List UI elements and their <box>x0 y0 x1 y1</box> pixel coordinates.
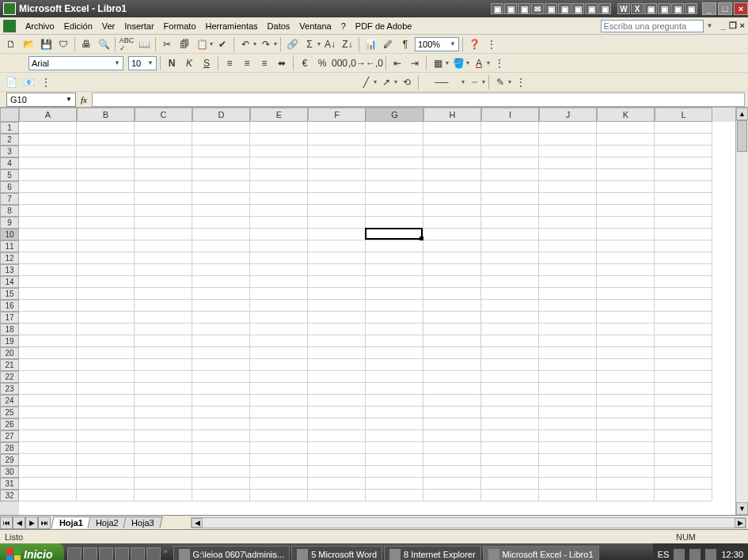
cell[interactable] <box>19 371 77 383</box>
row-header[interactable]: 10 <box>0 229 19 240</box>
cell[interactable] <box>308 300 366 312</box>
tray-icon[interactable] <box>705 549 716 560</box>
scroll-up-icon[interactable]: ▲ <box>736 108 748 120</box>
cell[interactable] <box>19 276 77 288</box>
cell[interactable] <box>597 395 655 407</box>
cell[interactable] <box>19 169 77 181</box>
cell[interactable] <box>250 193 308 205</box>
cell[interactable] <box>19 252 77 264</box>
cell[interactable] <box>597 134 655 146</box>
cell[interactable] <box>481 478 539 490</box>
sort-desc-icon[interactable]: Z↓ <box>340 36 355 52</box>
cut-icon[interactable]: ✂ <box>159 36 175 52</box>
column-header[interactable]: B <box>77 108 135 122</box>
cell[interactable] <box>597 288 655 300</box>
cell[interactable] <box>192 312 250 324</box>
cell[interactable] <box>539 478 597 490</box>
cell[interactable] <box>481 359 539 371</box>
cell[interactable] <box>366 169 423 181</box>
new-icon[interactable]: 🗋 <box>3 36 19 52</box>
cell[interactable] <box>366 490 423 501</box>
cell[interactable] <box>366 146 423 157</box>
cell[interactable] <box>77 359 135 371</box>
cell[interactable] <box>423 324 481 335</box>
cell[interactable] <box>366 300 423 312</box>
cell[interactable] <box>481 335 539 347</box>
increase-decimal-icon[interactable]: ,0→ <box>349 55 365 71</box>
minimize-button[interactable]: _ <box>702 2 716 15</box>
cell[interactable] <box>655 193 712 205</box>
cell[interactable] <box>481 490 539 501</box>
cell[interactable] <box>135 442 192 454</box>
cell[interactable] <box>135 347 192 359</box>
column-header[interactable]: A <box>19 108 77 122</box>
row-header[interactable]: 18 <box>0 324 19 335</box>
cell[interactable] <box>308 359 366 371</box>
cell[interactable] <box>481 134 539 146</box>
font-name-combo[interactable]: Arial▼ <box>28 56 123 70</box>
row-header[interactable]: 4 <box>0 157 19 169</box>
cell[interactable] <box>655 324 712 335</box>
cell[interactable] <box>250 347 308 359</box>
cell[interactable] <box>135 466 192 478</box>
sort-asc-icon[interactable]: A↓ <box>322 36 338 52</box>
cell[interactable] <box>308 371 366 383</box>
cell[interactable] <box>481 466 539 478</box>
cell[interactable] <box>135 240 192 252</box>
cell[interactable] <box>308 122 366 134</box>
taskbar-button[interactable]: 5 Microsoft Word <box>291 546 382 560</box>
cell[interactable] <box>192 193 250 205</box>
cell[interactable] <box>19 490 77 501</box>
dash-style-icon[interactable]: ┈ <box>466 74 482 90</box>
cell[interactable] <box>192 383 250 395</box>
doc-close-button[interactable]: × <box>740 21 745 31</box>
cell[interactable] <box>655 430 712 442</box>
row-header[interactable]: 21 <box>0 359 19 371</box>
cell[interactable] <box>423 466 481 478</box>
show-hide-icon[interactable]: ¶ <box>397 36 413 52</box>
cell[interactable] <box>655 395 712 407</box>
cell[interactable] <box>308 240 366 252</box>
sheet-tab[interactable]: Hoja3 <box>123 516 162 528</box>
cell[interactable] <box>366 454 423 466</box>
cell[interactable] <box>19 157 77 169</box>
menu-insertar[interactable]: Insertar <box>120 20 158 32</box>
cell[interactable] <box>597 324 655 335</box>
cell[interactable] <box>481 169 539 181</box>
align-right-icon[interactable]: ≡ <box>256 55 272 71</box>
cell[interactable] <box>19 383 77 395</box>
cell[interactable] <box>366 122 423 134</box>
quick-launch-icon[interactable] <box>83 547 97 560</box>
sheet-nav-first-icon[interactable]: ⏮ <box>0 516 13 529</box>
cell[interactable] <box>655 146 712 157</box>
cell[interactable] <box>77 312 135 324</box>
cell[interactable] <box>655 157 712 169</box>
row-header[interactable]: 22 <box>0 371 19 383</box>
cell[interactable] <box>19 134 77 146</box>
cell[interactable] <box>77 169 135 181</box>
quick-launch-icon[interactable] <box>115 547 129 560</box>
cell[interactable] <box>597 407 655 418</box>
cell[interactable] <box>597 146 655 157</box>
cell[interactable] <box>135 134 192 146</box>
row-header[interactable]: 23 <box>0 383 19 395</box>
doc-restore-button[interactable]: ❐ <box>729 21 737 31</box>
cell[interactable] <box>19 288 77 300</box>
cell[interactable] <box>77 490 135 501</box>
drawing-icon[interactable]: 🖉 <box>380 36 396 52</box>
cell[interactable] <box>135 205 192 217</box>
cell[interactable] <box>655 181 712 193</box>
language-indicator[interactable]: ES <box>658 550 670 559</box>
cell[interactable] <box>539 312 597 324</box>
cell[interactable] <box>655 312 712 324</box>
cell[interactable] <box>308 288 366 300</box>
cell[interactable] <box>423 335 481 347</box>
tray-icon[interactable]: W <box>617 3 630 14</box>
align-left-icon[interactable]: ≡ <box>222 55 237 71</box>
cell[interactable] <box>308 146 366 157</box>
cell[interactable] <box>655 300 712 312</box>
cell[interactable] <box>423 252 481 264</box>
fill-color-icon[interactable]: 🪣 <box>450 55 466 71</box>
cell[interactable] <box>135 407 192 418</box>
cell[interactable] <box>539 442 597 454</box>
